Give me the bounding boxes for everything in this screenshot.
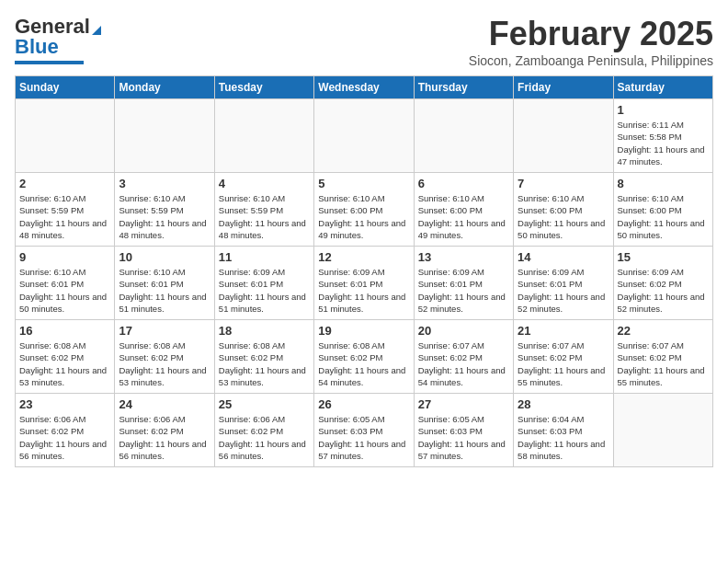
calendar-cell: 16Sunrise: 6:08 AMSunset: 6:02 PMDayligh… [16, 320, 115, 394]
day-number: 7 [518, 177, 609, 190]
calendar-cell: 5Sunrise: 6:10 AMSunset: 6:00 PMDaylight… [314, 173, 414, 247]
calendar-cell: 6Sunrise: 6:10 AMSunset: 6:00 PMDaylight… [414, 173, 513, 247]
weekday-header-saturday: Saturday [613, 76, 712, 99]
calendar-cell: 1Sunrise: 6:11 AMSunset: 5:58 PMDaylight… [613, 99, 712, 173]
day-detail: Sunrise: 6:10 AMSunset: 6:01 PMDaylight:… [19, 266, 110, 315]
day-detail: Sunrise: 6:10 AMSunset: 6:00 PMDaylight:… [518, 192, 609, 241]
calendar-cell: 21Sunrise: 6:07 AMSunset: 6:02 PMDayligh… [514, 320, 613, 394]
calendar-week-5: 23Sunrise: 6:06 AMSunset: 6:02 PMDayligh… [16, 394, 713, 467]
day-detail: Sunrise: 6:06 AMSunset: 6:02 PMDaylight:… [119, 413, 210, 462]
day-detail: Sunrise: 6:09 AMSunset: 6:01 PMDaylight:… [418, 266, 509, 315]
day-detail: Sunrise: 6:07 AMSunset: 6:02 PMDaylight:… [418, 339, 509, 388]
calendar-cell: 15Sunrise: 6:09 AMSunset: 6:02 PMDayligh… [613, 247, 712, 320]
day-number: 3 [119, 177, 210, 190]
day-detail: Sunrise: 6:06 AMSunset: 6:02 PMDaylight:… [219, 413, 310, 462]
day-detail: Sunrise: 6:09 AMSunset: 6:01 PMDaylight:… [219, 266, 310, 315]
weekday-header-thursday: Thursday [414, 76, 513, 99]
calendar-cell [314, 99, 414, 173]
day-number: 16 [19, 324, 110, 338]
day-number: 12 [318, 250, 409, 264]
day-number: 14 [518, 250, 609, 264]
day-detail: Sunrise: 6:09 AMSunset: 6:01 PMDaylight:… [518, 266, 609, 315]
calendar-cell: 8Sunrise: 6:10 AMSunset: 6:00 PMDaylight… [613, 173, 712, 247]
day-number: 27 [418, 397, 509, 411]
calendar-cell: 7Sunrise: 6:10 AMSunset: 6:00 PMDaylight… [514, 173, 613, 247]
day-number: 22 [618, 324, 709, 338]
day-number: 11 [219, 250, 310, 264]
day-number: 2 [19, 177, 110, 190]
calendar-cell [414, 99, 513, 173]
day-detail: Sunrise: 6:07 AMSunset: 6:02 PMDaylight:… [618, 339, 709, 388]
page-header: General Blue February 2025 Siocon, Zambo… [15, 15, 713, 68]
day-detail: Sunrise: 6:09 AMSunset: 6:02 PMDaylight:… [618, 266, 709, 315]
logo: General Blue [15, 15, 97, 64]
day-detail: Sunrise: 6:08 AMSunset: 6:02 PMDaylight:… [119, 339, 210, 388]
day-detail: Sunrise: 6:10 AMSunset: 6:00 PMDaylight:… [418, 192, 509, 241]
calendar-cell: 12Sunrise: 6:09 AMSunset: 6:01 PMDayligh… [314, 247, 414, 320]
day-number: 1 [618, 103, 709, 117]
day-number: 10 [119, 250, 210, 264]
calendar-cell: 2Sunrise: 6:10 AMSunset: 5:59 PMDaylight… [16, 173, 115, 247]
day-detail: Sunrise: 6:05 AMSunset: 6:03 PMDaylight:… [318, 413, 409, 462]
day-number: 20 [418, 324, 509, 338]
calendar-cell: 4Sunrise: 6:10 AMSunset: 5:59 PMDaylight… [214, 173, 313, 247]
day-number: 5 [318, 177, 409, 190]
calendar-cell [16, 99, 115, 173]
logo-triangle-icon [92, 26, 101, 35]
calendar-cell: 11Sunrise: 6:09 AMSunset: 6:01 PMDayligh… [214, 247, 313, 320]
weekday-header-row: SundayMondayTuesdayWednesdayThursdayFrid… [16, 76, 713, 99]
logo-underline [15, 61, 84, 64]
day-number: 25 [219, 397, 310, 411]
day-detail: Sunrise: 6:10 AMSunset: 6:01 PMDaylight:… [119, 266, 210, 315]
calendar-cell: 19Sunrise: 6:08 AMSunset: 6:02 PMDayligh… [314, 320, 414, 394]
day-number: 23 [19, 397, 110, 411]
day-detail: Sunrise: 6:10 AMSunset: 5:59 PMDaylight:… [119, 192, 210, 241]
day-detail: Sunrise: 6:10 AMSunset: 5:59 PMDaylight:… [219, 192, 310, 241]
day-number: 8 [618, 177, 709, 190]
day-detail: Sunrise: 6:10 AMSunset: 6:00 PMDaylight:… [618, 192, 709, 241]
calendar-cell: 18Sunrise: 6:08 AMSunset: 6:02 PMDayligh… [214, 320, 313, 394]
day-detail: Sunrise: 6:08 AMSunset: 6:02 PMDaylight:… [19, 339, 110, 388]
day-number: 4 [219, 177, 310, 190]
weekday-header-sunday: Sunday [16, 76, 115, 99]
day-number: 17 [119, 324, 210, 338]
weekday-header-tuesday: Tuesday [214, 76, 313, 99]
calendar-cell: 27Sunrise: 6:05 AMSunset: 6:03 PMDayligh… [414, 394, 513, 467]
logo-general: General [15, 15, 90, 39]
calendar-table: SundayMondayTuesdayWednesdayThursdayFrid… [15, 75, 713, 467]
calendar-cell [214, 99, 313, 173]
weekday-header-friday: Friday [514, 76, 613, 99]
weekday-header-wednesday: Wednesday [314, 76, 414, 99]
calendar-cell: 24Sunrise: 6:06 AMSunset: 6:02 PMDayligh… [115, 394, 214, 467]
calendar-week-1: 1Sunrise: 6:11 AMSunset: 5:58 PMDaylight… [16, 99, 713, 173]
day-number: 6 [418, 177, 509, 190]
calendar-cell [115, 99, 214, 173]
day-detail: Sunrise: 6:11 AMSunset: 5:58 PMDaylight:… [618, 119, 709, 167]
calendar-cell: 14Sunrise: 6:09 AMSunset: 6:01 PMDayligh… [514, 247, 613, 320]
calendar-cell: 9Sunrise: 6:10 AMSunset: 6:01 PMDaylight… [16, 247, 115, 320]
day-number: 21 [518, 324, 609, 338]
calendar-week-4: 16Sunrise: 6:08 AMSunset: 6:02 PMDayligh… [16, 320, 713, 394]
day-number: 28 [518, 397, 609, 411]
calendar-cell: 26Sunrise: 6:05 AMSunset: 6:03 PMDayligh… [314, 394, 414, 467]
title-block: February 2025 Siocon, Zamboanga Peninsul… [469, 15, 713, 68]
day-detail: Sunrise: 6:09 AMSunset: 6:01 PMDaylight:… [318, 266, 409, 315]
day-detail: Sunrise: 6:06 AMSunset: 6:02 PMDaylight:… [19, 413, 110, 462]
calendar-cell: 17Sunrise: 6:08 AMSunset: 6:02 PMDayligh… [115, 320, 214, 394]
day-detail: Sunrise: 6:05 AMSunset: 6:03 PMDaylight:… [418, 413, 509, 462]
day-detail: Sunrise: 6:08 AMSunset: 6:02 PMDaylight:… [219, 339, 310, 388]
day-detail: Sunrise: 6:08 AMSunset: 6:02 PMDaylight:… [318, 339, 409, 388]
day-number: 18 [219, 324, 310, 338]
calendar-cell: 23Sunrise: 6:06 AMSunset: 6:02 PMDayligh… [16, 394, 115, 467]
calendar-cell: 20Sunrise: 6:07 AMSunset: 6:02 PMDayligh… [414, 320, 513, 394]
calendar-cell: 22Sunrise: 6:07 AMSunset: 6:02 PMDayligh… [613, 320, 712, 394]
calendar-week-3: 9Sunrise: 6:10 AMSunset: 6:01 PMDaylight… [16, 247, 713, 320]
day-detail: Sunrise: 6:10 AMSunset: 6:00 PMDaylight:… [318, 192, 409, 241]
calendar-cell [514, 99, 613, 173]
calendar-cell: 28Sunrise: 6:04 AMSunset: 6:03 PMDayligh… [514, 394, 613, 467]
day-number: 19 [318, 324, 409, 338]
day-detail: Sunrise: 6:04 AMSunset: 6:03 PMDaylight:… [518, 413, 609, 462]
month-year-title: February 2025 [469, 15, 713, 53]
calendar-cell: 3Sunrise: 6:10 AMSunset: 5:59 PMDaylight… [115, 173, 214, 247]
calendar-week-2: 2Sunrise: 6:10 AMSunset: 5:59 PMDaylight… [16, 173, 713, 247]
